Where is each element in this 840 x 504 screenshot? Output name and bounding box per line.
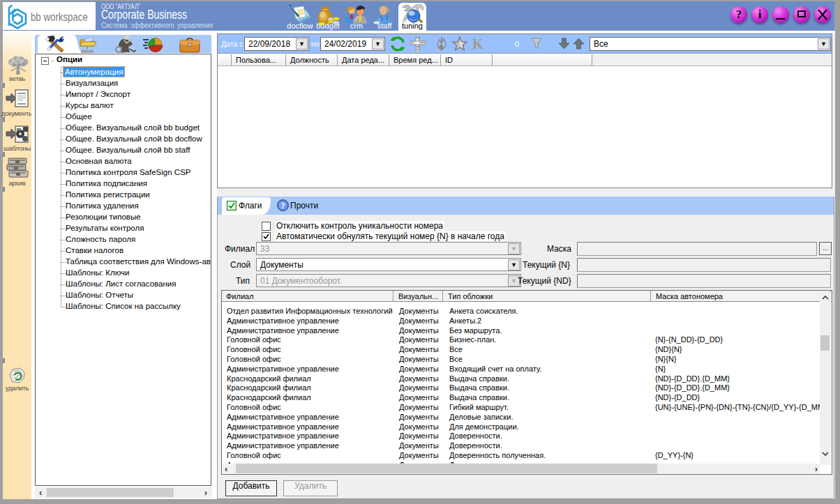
svg-text:?: ? (281, 201, 285, 211)
